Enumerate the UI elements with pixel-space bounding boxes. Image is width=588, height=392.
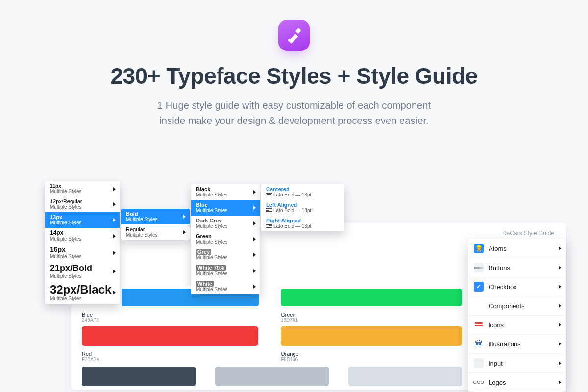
size-item-11px[interactable]: 11pxMultiple Styles: [45, 181, 120, 196]
size-item-16px[interactable]: 16pxMultiple Styles: [45, 244, 120, 261]
hero-subtitle: 1 Huge style guide with easy customizabl…: [0, 98, 588, 128]
swatch-blue-label: Blue 249AF3: [82, 309, 99, 323]
icons-icon: [474, 320, 484, 330]
svg-point-0: [288, 39, 291, 42]
chevron-right-icon: [559, 246, 561, 250]
chevron-right-icon: [253, 190, 256, 194]
illustrations-icon: 🏛: [474, 339, 484, 349]
sidebar-item-logos[interactable]: ΟΟΟ Logos: [468, 373, 566, 392]
size-item-21px[interactable]: 21px/BoldMultiple Styles: [45, 262, 120, 281]
chevron-right-icon: [559, 323, 561, 327]
chevron-right-icon: [183, 230, 186, 234]
align-left-icon: [266, 208, 272, 213]
chevron-right-icon: [559, 361, 561, 365]
chevron-right-icon: [253, 269, 256, 273]
app-icon: [278, 20, 310, 51]
style-guide-title: ReCars Style Guide: [502, 230, 554, 237]
sidebar-item-label: Components: [489, 302, 525, 310]
chevron-right-icon: [559, 266, 561, 270]
chevron-right-icon: [253, 253, 256, 257]
swatch-red-label: Red F33A3A: [82, 348, 99, 362]
weight-item-regular[interactable]: RegularMultiple Styles: [121, 224, 190, 240]
size-item-14px[interactable]: 14pxMultiple Styles: [45, 228, 120, 244]
chevron-right-icon: [253, 285, 256, 289]
layers-panel[interactable]: 👷 Atoms Button Buttons ✓ Checkbox Compon…: [468, 239, 566, 392]
align-item-centered[interactable]: Centered Lato Bold — 13pt: [261, 184, 344, 200]
align-item-right[interactable]: Right Aligned Lato Bold — 13pt: [261, 216, 344, 231]
logos-icon: ΟΟΟ: [474, 377, 484, 387]
swatch-orange-label: Orange F6B136: [281, 348, 299, 362]
sidebar-item-label: Illustrations: [489, 341, 521, 348]
chevron-right-icon: [113, 218, 116, 222]
color-item-black[interactable]: BlackMultiple Styles: [191, 184, 260, 200]
sidebar-item-label: Atoms: [489, 245, 507, 252]
sidebar-item-label: Checkbox: [489, 283, 517, 291]
align-right-icon: [266, 224, 272, 228]
color-item-green[interactable]: GreenMultiple Styles: [191, 231, 260, 247]
chevron-right-icon: [559, 380, 561, 384]
sidebar-item-components[interactable]: Components: [468, 296, 566, 316]
size-item-12px[interactable]: 12px/RegularMultiple Styles: [45, 196, 120, 212]
hero-title: 230+ Typeface Styles + Style Guide: [0, 63, 588, 89]
align-item-left[interactable]: Left Aligned Lato Bold — 13pt: [261, 200, 344, 216]
sidebar-item-buttons[interactable]: Button Buttons: [468, 258, 566, 277]
sidebar-item-illustrations[interactable]: 🏛 Illustrations: [468, 335, 566, 354]
checkbox-icon: ✓: [474, 282, 484, 292]
sidebar-item-label: Buttons: [489, 264, 510, 271]
swatch-green-label: Green 16D761: [281, 309, 298, 323]
chevron-right-icon: [113, 187, 116, 191]
size-item-32px[interactable]: 32px/BlackMultiple Styles: [45, 281, 120, 304]
align-center-icon: [266, 193, 272, 197]
components-icon: [474, 301, 484, 311]
chevron-right-icon: [113, 270, 116, 273]
sidebar-item-checkbox[interactable]: ✓ Checkbox: [468, 277, 566, 296]
chevron-right-icon: [253, 206, 256, 210]
sidebar-item-label: Logos: [489, 379, 506, 386]
chevron-right-icon: [113, 291, 116, 294]
align-menu[interactable]: Centered Lato Bold — 13pt Left Aligned L…: [261, 184, 344, 231]
chevron-right-icon: [559, 342, 561, 346]
swatch-red: [82, 326, 258, 346]
color-item-white-70[interactable]: White 70%Multiple Styles: [191, 263, 260, 278]
chevron-right-icon: [253, 221, 256, 225]
color-item-white[interactable]: WhiteMultiple Styles: [191, 279, 260, 294]
size-menu[interactable]: 11pxMultiple Styles 12px/RegularMultiple…: [45, 181, 120, 304]
chevron-right-icon: [559, 304, 561, 308]
chevron-right-icon: [183, 215, 186, 219]
color-item-blue[interactable]: BlueMultiple Styles: [191, 200, 260, 216]
weight-item-bold[interactable]: BoldMultiple Styles: [121, 209, 190, 224]
chevron-right-icon: [113, 251, 116, 255]
chevron-right-icon: [113, 202, 116, 206]
swatch-orange: [281, 326, 462, 346]
chevron-right-icon: [559, 285, 561, 289]
color-item-dark-grey[interactable]: Dark GreyMultiple Styles: [191, 216, 260, 231]
swatch-green: [281, 289, 462, 306]
sidebar-item-label: Input: [489, 360, 503, 367]
chevron-right-icon: [253, 237, 256, 241]
size-item-13px[interactable]: 13pxMultiple Styles: [45, 212, 120, 228]
atoms-icon: 👷: [474, 244, 484, 253]
chevron-right-icon: [113, 234, 116, 238]
swatch-grey-row: [82, 367, 462, 386]
sidebar-item-input[interactable]: Input: [468, 354, 566, 373]
color-menu[interactable]: BlackMultiple Styles BlueMultiple Styles…: [191, 184, 260, 294]
color-item-grey[interactable]: GreyMultiple Styles: [191, 247, 260, 263]
sidebar-item-label: Icons: [489, 321, 504, 329]
sidebar-item-atoms[interactable]: 👷 Atoms: [468, 239, 566, 258]
sidebar-item-icons[interactable]: Icons: [468, 316, 566, 335]
buttons-icon: Button: [474, 263, 484, 272]
input-icon: [474, 358, 484, 368]
weight-menu[interactable]: BoldMultiple Styles RegularMultiple Styl…: [121, 209, 190, 240]
